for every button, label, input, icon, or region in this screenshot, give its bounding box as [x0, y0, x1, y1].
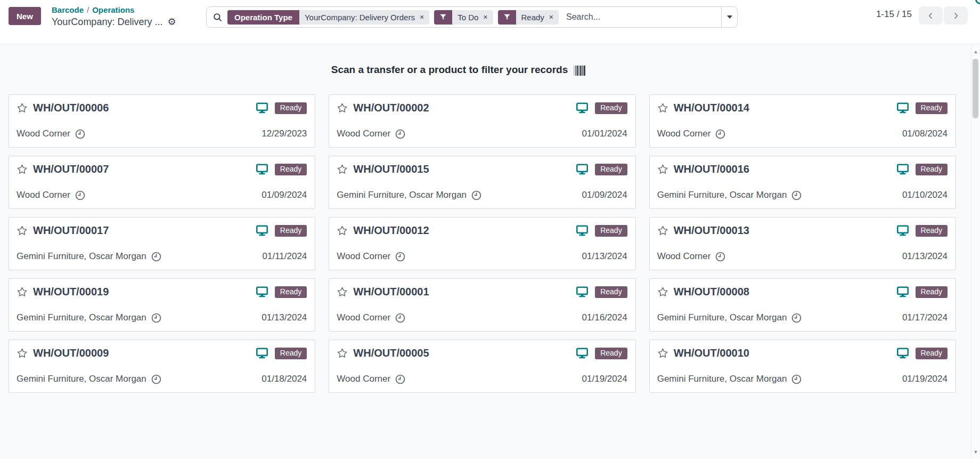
- transfer-reference: WH/OUT/00002: [353, 102, 429, 114]
- activity-clock-icon[interactable]: [75, 129, 85, 139]
- scheduled-date: 01/11/2024: [263, 251, 307, 262]
- favorite-star-icon[interactable]: [17, 164, 28, 175]
- partner-name: Wood Corner: [337, 374, 390, 384]
- favorite-star-icon[interactable]: [17, 348, 28, 359]
- favorite-star-icon[interactable]: [17, 225, 28, 236]
- scheduled-date: 12/29/2023: [262, 128, 307, 139]
- scrollbar-up-icon[interactable]: ▲: [971, 49, 980, 54]
- favorite-star-icon[interactable]: [17, 286, 28, 297]
- activity-clock-icon[interactable]: [791, 313, 802, 323]
- partner-name: Wood Corner: [17, 128, 70, 139]
- partner-name: Gemini Furniture, Oscar Morgan: [337, 190, 467, 200]
- transfer-reference: WH/OUT/00015: [353, 163, 429, 175]
- facet-remove-icon[interactable]: ×: [483, 13, 487, 21]
- favorite-star-icon[interactable]: [657, 286, 668, 297]
- transfer-card[interactable]: WH/OUT/00015 Ready Gemini Furniture, Osc…: [329, 156, 635, 209]
- transfer-card[interactable]: WH/OUT/00012 Ready Wood Corner 01/13/202…: [329, 217, 635, 270]
- device-monitor-icon: [897, 286, 909, 297]
- favorite-star-icon[interactable]: [337, 225, 348, 236]
- scheduled-date: 01/19/2024: [902, 374, 948, 384]
- filter-icon: [498, 10, 516, 25]
- activity-clock-icon[interactable]: [395, 313, 405, 323]
- partner-name: Gemini Furniture, Oscar Morgan: [17, 312, 146, 323]
- activity-clock-icon[interactable]: [75, 190, 85, 200]
- favorite-star-icon[interactable]: [337, 286, 348, 297]
- device-monitor-icon: [256, 102, 268, 114]
- transfer-card[interactable]: WH/OUT/00008 Ready Gemini Furniture, Osc…: [649, 278, 956, 332]
- partner-name: Wood Corner: [17, 190, 70, 200]
- search-input[interactable]: Search...: [566, 12, 721, 22]
- transfer-card[interactable]: WH/OUT/00007 Ready Wood Corner 01/09/202…: [9, 156, 315, 209]
- scan-banner: Scan a transfer or a product to filter y…: [0, 64, 980, 76]
- favorite-star-icon[interactable]: [17, 102, 28, 114]
- facet-ready-label: Ready: [521, 13, 544, 22]
- main-content: Scan a transfer or a product to filter y…: [0, 45, 980, 459]
- transfer-reference: WH/OUT/00001: [353, 286, 429, 298]
- favorite-star-icon[interactable]: [337, 348, 348, 359]
- breadcrumb-link-barcode[interactable]: Barcode: [52, 5, 84, 14]
- favorite-star-icon[interactable]: [657, 102, 668, 114]
- status-badge: Ready: [916, 348, 948, 359]
- new-button[interactable]: New: [9, 7, 41, 25]
- breadcrumb-link-operations[interactable]: Operations: [92, 5, 134, 14]
- favorite-star-icon[interactable]: [337, 102, 348, 114]
- facet-remove-icon[interactable]: ×: [549, 13, 553, 21]
- activity-clock-icon[interactable]: [151, 313, 161, 323]
- scheduled-date: 01/09/2024: [582, 190, 627, 200]
- scheduled-date: 01/13/2024: [582, 251, 627, 262]
- activity-clock-icon[interactable]: [395, 252, 405, 262]
- activity-clock-icon[interactable]: [791, 374, 802, 384]
- transfer-card[interactable]: WH/OUT/00005 Ready Wood Corner 01/19/202…: [329, 340, 635, 393]
- transfer-card[interactable]: WH/OUT/00001 Ready Wood Corner 01/16/202…: [329, 278, 635, 332]
- activity-clock-icon[interactable]: [151, 252, 161, 262]
- status-badge: Ready: [595, 225, 627, 237]
- transfer-card[interactable]: WH/OUT/00017 Ready Gemini Furniture, Osc…: [9, 217, 315, 270]
- transfer-card[interactable]: WH/OUT/00016 Ready Gemini Furniture, Osc…: [649, 156, 956, 209]
- facet-operation-type: Operation Type YourCompany: Delivery Ord…: [227, 10, 429, 25]
- vertical-scrollbar[interactable]: ▲ ▼: [971, 45, 980, 459]
- partner-name: Wood Corner: [337, 128, 390, 139]
- activity-clock-icon[interactable]: [715, 252, 725, 262]
- transfer-card[interactable]: WH/OUT/00014 Ready Wood Corner 01/08/202…: [649, 94, 956, 148]
- favorite-star-icon[interactable]: [657, 164, 668, 175]
- status-badge: Ready: [275, 102, 307, 114]
- activity-clock-icon[interactable]: [395, 374, 405, 384]
- scheduled-date: 01/08/2024: [902, 128, 948, 139]
- partner-name: Gemini Furniture, Oscar Morgan: [17, 374, 146, 384]
- search-options-toggle[interactable]: [721, 7, 737, 27]
- scrollbar-down-icon[interactable]: ▼: [971, 449, 980, 455]
- activity-clock-icon[interactable]: [715, 129, 725, 139]
- pager-next-button[interactable]: [944, 6, 968, 25]
- favorite-star-icon[interactable]: [657, 225, 668, 236]
- activity-clock-icon[interactable]: [151, 374, 161, 384]
- favorite-star-icon[interactable]: [657, 348, 668, 359]
- partner-name: Wood Corner: [657, 251, 711, 262]
- transfer-card[interactable]: WH/OUT/00009 Ready Gemini Furniture, Osc…: [9, 340, 315, 393]
- transfer-reference: WH/OUT/00008: [674, 286, 749, 298]
- activity-clock-icon[interactable]: [395, 129, 405, 139]
- device-monitor-icon: [256, 348, 268, 359]
- transfer-card[interactable]: WH/OUT/00002 Ready Wood Corner 01/01/202…: [329, 94, 635, 148]
- activity-clock-icon[interactable]: [791, 190, 802, 200]
- transfer-card[interactable]: WH/OUT/00013 Ready Wood Corner 01/13/202…: [649, 217, 956, 270]
- gear-icon[interactable]: ⚙: [167, 17, 176, 27]
- transfer-card[interactable]: WH/OUT/00006 Ready Wood Corner 12/29/202…: [9, 94, 315, 148]
- partner-name: Gemini Furniture, Oscar Morgan: [657, 190, 787, 200]
- pager-previous-button[interactable]: [919, 6, 943, 25]
- status-badge: Ready: [595, 164, 627, 175]
- scheduled-date: 01/01/2024: [582, 128, 627, 139]
- transfer-card[interactable]: WH/OUT/00010 Ready Gemini Furniture, Osc…: [649, 340, 956, 393]
- transfer-reference: WH/OUT/00016: [674, 163, 749, 175]
- facet-remove-icon[interactable]: ×: [420, 13, 424, 21]
- transfer-card[interactable]: WH/OUT/00019 Ready Gemini Furniture, Osc…: [9, 278, 315, 332]
- activity-clock-icon[interactable]: [471, 190, 481, 200]
- device-monitor-icon: [576, 286, 588, 297]
- search-bar[interactable]: Operation Type YourCompany: Delivery Ord…: [206, 6, 738, 28]
- partner-name: Gemini Furniture, Oscar Morgan: [657, 374, 787, 384]
- chevron-down-icon: [727, 15, 732, 19]
- status-badge: Ready: [595, 102, 627, 114]
- scrollbar-thumb[interactable]: [973, 59, 978, 118]
- scan-banner-text: Scan a transfer or a product to filter y…: [331, 64, 568, 76]
- favorite-star-icon[interactable]: [337, 164, 348, 175]
- pager-range[interactable]: 1-15 / 15: [876, 9, 912, 20]
